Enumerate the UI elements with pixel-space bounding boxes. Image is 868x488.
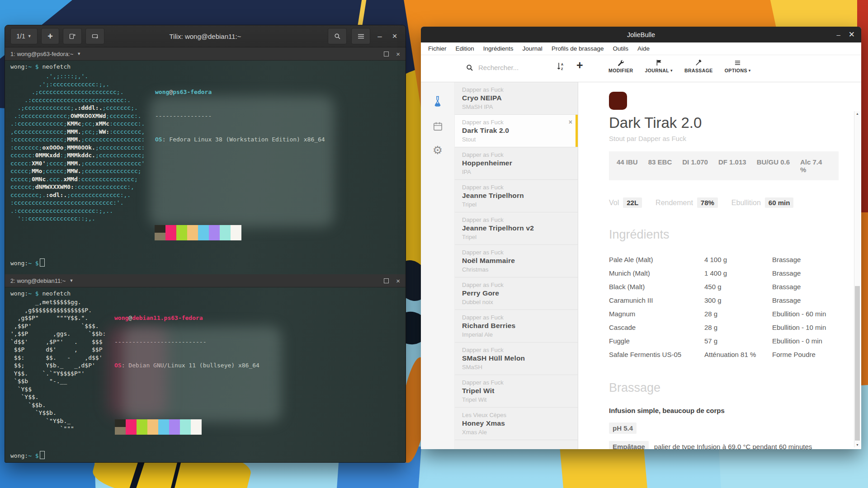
prompt-symbol: $: [35, 290, 39, 297]
prompt-colon: :: [24, 290, 28, 297]
toolbar-actions: MODIFIERJOURNAL▾BRASSAGEOPTIONS▾: [609, 59, 751, 73]
terminal-color-palette: [115, 419, 202, 435]
search-icon: [334, 33, 341, 40]
close-recipe-icon[interactable]: ×: [569, 118, 572, 126]
recipe-name: Noël Mammaire: [462, 256, 571, 265]
calendar-icon[interactable]: [433, 121, 443, 131]
minimize-button[interactable]: –: [375, 31, 385, 41]
recipe-author: Dapper as Fuck: [462, 184, 571, 191]
recipe-title: Dark Tirak 2.0: [609, 114, 839, 131]
toolbar-brassage-button[interactable]: BRASSAGE: [684, 59, 713, 73]
minimize-button[interactable]: –: [836, 33, 840, 36]
recipe-name: Jeanne Tripelhorn: [462, 191, 571, 200]
recipe-item-jeanne-tripelhorn-v2[interactable]: Dapper as FuckJeanne Tripelhorn v2Tripel: [455, 212, 578, 245]
maximize-session-icon[interactable]: [384, 52, 389, 56]
ascii-art-line: .';:cccccccccccc:;,.: [10, 80, 145, 89]
toolbar-journal-label: JOURNAL▾: [645, 68, 673, 73]
recipe-style: Xmas Ale: [462, 429, 571, 436]
recipe-style: Tripel: [462, 234, 571, 241]
ph-row: pH 5.4: [609, 422, 839, 434]
mash-step-row: Empâtage palier de type Infusion à 69.0 …: [609, 441, 839, 449]
prompt-symbol: $: [35, 260, 39, 267]
scrollbar-thumb[interactable]: [855, 286, 860, 441]
toolbar-options-button[interactable]: OPTIONS▾: [725, 59, 751, 73]
scroll-down-icon[interactable]: ▼: [854, 443, 860, 446]
menu-button[interactable]: [351, 28, 370, 44]
recipe-item-jeanne-tripelhorn[interactable]: Dapper as FuckJeanne TripelhornTripel: [455, 180, 578, 212]
recipe-item-smash-hull-melon[interactable]: Dapper as FuckSMaSH Hüll MelonSMaSH: [455, 343, 578, 375]
redacted-info-blur: [150, 96, 334, 227]
ascii-art-line: ',$$P ,ggs. `$$b:: [10, 330, 106, 338]
terminal-debian[interactable]: wong:~ $ neofetch _,met$$$$$gg. ,g$$$$$$…: [5, 287, 406, 462]
menu-journal[interactable]: Journal: [518, 45, 547, 52]
recipe-name: Cryo NEIPA: [462, 94, 571, 103]
sort-az-button[interactable]: A Z: [557, 62, 565, 71]
tools-icon: [695, 59, 702, 66]
recipe-style: SMaSH IPA: [462, 103, 571, 111]
ascii-art-line: cccccc:0MMKxdd:;MMMkddc.;cccccccccccc;: [10, 151, 145, 160]
session-2-header[interactable]: 2: wong@debian11:~ ▼ ×: [5, 274, 406, 287]
ingredient-row: Pale Ale (Malt)4 100 gBrassage: [609, 253, 839, 266]
palette-color-cell: [115, 419, 126, 427]
vertical-scrollbar[interactable]: ▲ ▼: [854, 111, 860, 447]
menu-edition[interactable]: Edition: [451, 45, 479, 52]
search-input[interactable]: Rechercher...: [466, 64, 519, 71]
toolbar-journal-button[interactable]: JOURNAL▾: [645, 59, 673, 73]
maximize-session-icon[interactable]: [384, 278, 389, 283]
scroll-up-icon[interactable]: ▲: [854, 112, 860, 115]
menu-ingredients[interactable]: Ingrédients: [479, 45, 518, 52]
recipe-style: Tripel Wit: [462, 396, 571, 404]
split-down-button[interactable]: [85, 28, 104, 44]
palette-row-2: [115, 427, 202, 435]
ingredient-name: Magnum: [609, 310, 704, 318]
prompt-colon: :: [24, 63, 28, 70]
search-placeholder: Rechercher...: [478, 64, 519, 71]
recipe-item-perry-gore[interactable]: Dapper as FuckPerry GoreDubbel noix: [455, 277, 578, 310]
palette-color-cell: [191, 427, 202, 435]
split-right-button[interactable]: [63, 28, 82, 44]
close-button[interactable]: ×: [389, 31, 400, 42]
recipe-item-cryo-neipa[interactable]: Dapper as FuckCryo NEIPASMaSH IPA: [455, 82, 578, 115]
session-1-header[interactable]: 1: wong@ps63-fedora:~ ▼ ×: [5, 47, 406, 61]
recipe-item-honey-xmas[interactable]: Les Vieux CèpesHoney XmasXmas Ale: [455, 408, 578, 440]
ascii-art-line: _,met$$$$$gg.: [10, 298, 106, 306]
svg-text:A: A: [561, 63, 563, 66]
flask-icon[interactable]: [432, 96, 443, 108]
gear-icon[interactable]: ⚙: [433, 145, 443, 155]
ingredient-row: Munich (Malt)1 400 gBrassage: [609, 266, 839, 280]
close-session-icon[interactable]: ×: [396, 51, 400, 57]
menu-outils[interactable]: Outils: [608, 45, 633, 52]
ascii-art-line: `d$$' ,$P"' . $$$: [10, 338, 106, 346]
recipe-item-dark-tirak-2-0[interactable]: Dapper as FuckDark Tirak 2.0Stout×: [455, 115, 578, 147]
menu-profils-de-brassage[interactable]: Profils de brassage: [547, 45, 609, 52]
palette-color-cell: [176, 233, 187, 240]
menu-fichier[interactable]: Fichier: [424, 45, 451, 52]
toolbar-modifier-button[interactable]: MODIFIER: [609, 59, 633, 73]
prompt-user: wong: [10, 452, 24, 459]
new-session-button[interactable]: +: [41, 28, 59, 44]
close-session-icon[interactable]: ×: [396, 277, 400, 284]
close-button[interactable]: ✕: [849, 30, 855, 39]
recipe-item-hoppenheimer[interactable]: Dapper as FuckHoppenheimerIPA: [455, 147, 578, 180]
add-recipe-button[interactable]: +: [576, 59, 583, 72]
ascii-art-line: ,g$$P" """Y$$.".: [10, 314, 106, 322]
ingredients-heading: Ingrédients: [609, 228, 839, 242]
recipe-author: Dapper as Fuck: [462, 86, 571, 94]
param-rendement: Rendement78%: [656, 197, 718, 208]
palette-color-cell: [220, 225, 231, 233]
recipe-style: IPA: [462, 169, 571, 176]
ascii-art-line: ,g$$$$$$$$$$$$$$$P.: [10, 306, 106, 314]
tab-counter-dropdown[interactable]: 1/1 ▼: [10, 28, 38, 44]
recipe-item-tripel-wit[interactable]: Dapper as FuckTripel WitTripel Wit: [455, 375, 578, 408]
search-button[interactable]: [328, 28, 347, 44]
prompt-user: wong: [10, 260, 24, 267]
text-cursor: [40, 258, 45, 267]
param-label: Vol: [609, 199, 619, 207]
recipe-item-noel-mammaire[interactable]: Dapper as FuckNoël MammaireChristmas: [455, 245, 578, 277]
terminal-fedora[interactable]: wong:~ $ neofetch .',;::::;,'. .';:ccccc…: [5, 61, 406, 274]
menu-aide[interactable]: Aide: [633, 45, 654, 52]
recipe-name: Perry Gore: [462, 289, 571, 298]
palette-color-cell: [147, 419, 158, 427]
recipe-item-richard-berries[interactable]: Dapper as FuckRichard BerriesImperial Al…: [455, 310, 578, 343]
ascii-art-line: $$P d$' , $$P: [10, 346, 106, 354]
